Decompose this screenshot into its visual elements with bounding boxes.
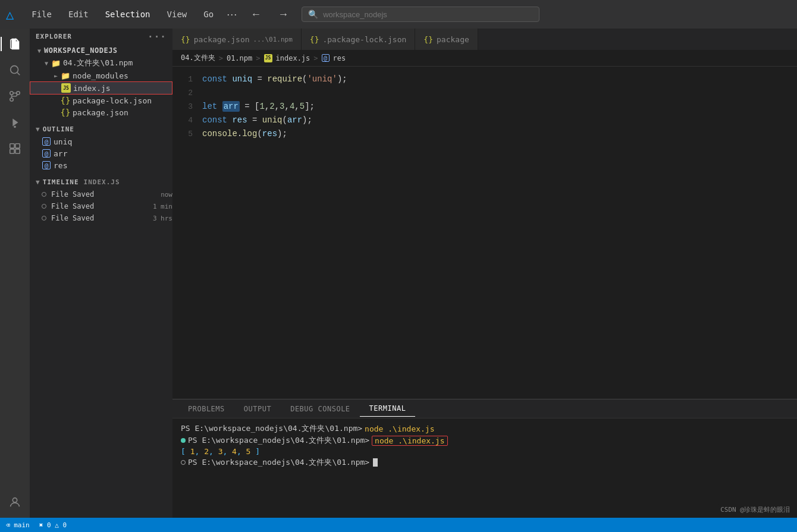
timeline-item-2[interactable]: File Saved 3 hrs bbox=[30, 212, 172, 224]
code-line-1: 1 const uniq = require('uniq'); bbox=[172, 73, 797, 86]
package-json-icon: {} bbox=[61, 108, 70, 117]
menu-go[interactable]: Go bbox=[200, 7, 217, 21]
activity-source-control-icon[interactable] bbox=[4, 86, 26, 107]
outline-arr-icon: @ bbox=[42, 149, 51, 158]
workspace-root-item[interactable]: ▼ WORKSPACE_NODEJS bbox=[30, 45, 172, 56]
tab-package-lock[interactable]: {} .package-lock.json bbox=[302, 29, 416, 50]
package-lock-label: package-lock.json bbox=[73, 96, 152, 105]
terminal-tab-problems[interactable]: PROBLEMS bbox=[178, 401, 234, 417]
timeline-time-0: now bbox=[161, 191, 172, 199]
breadcrumb-indexjs[interactable]: index.js bbox=[276, 54, 310, 62]
timeline-label: TIMELINE bbox=[43, 178, 79, 186]
breadcrumb-sep-2: > bbox=[256, 54, 260, 62]
node-modules-item[interactable]: ► 📁 node_modules bbox=[30, 70, 172, 81]
explorer-more-button[interactable]: ··· bbox=[148, 31, 167, 42]
outline-uniq-label: uniq bbox=[54, 137, 72, 146]
menu-edit[interactable]: Edit bbox=[65, 7, 92, 21]
tab-package[interactable]: {} package bbox=[415, 29, 478, 50]
folder-npm-label: 04.文件夹\01.npm bbox=[63, 58, 133, 68]
menu-selection[interactable]: Selection bbox=[102, 7, 154, 21]
breadcrumb-sep-1: > bbox=[219, 54, 223, 62]
terminal-cursor bbox=[373, 458, 378, 467]
code-line-2: 2 bbox=[172, 86, 797, 100]
timeline-dot-1 bbox=[42, 204, 46, 209]
terminal-tab-debug[interactable]: DEBUG CONSOLE bbox=[281, 401, 359, 417]
breadcrumb-npm[interactable]: 01.npm bbox=[227, 54, 252, 62]
main-layout: EXPLORER ··· ▼ WORKSPACE_NODEJS ▼ 📁 04.文… bbox=[0, 29, 797, 518]
outline-res-label: res bbox=[54, 161, 67, 170]
activity-account-icon[interactable] bbox=[4, 492, 26, 513]
index-js-item[interactable]: ► JS index.js bbox=[30, 81, 172, 95]
terminal-prompt-2: PS E:\workspace_nodejs\04.文件夹\01.npm> bbox=[188, 435, 369, 446]
terminal-line-2: PS E:\workspace_nodejs\04.文件夹\01.npm> no… bbox=[181, 435, 789, 446]
tab-package-json[interactable]: {} package.json ...\01.npm bbox=[172, 29, 302, 50]
terminal-tab-terminal[interactable]: TERMINAL bbox=[360, 401, 416, 417]
index-js-icon: JS bbox=[61, 83, 71, 93]
vscode-logo: △ bbox=[6, 7, 14, 22]
terminal-prompt-1: PS E:\workspace_nodejs\04.文件夹\01.npm> bbox=[181, 423, 362, 434]
svg-point-1 bbox=[11, 66, 18, 74]
activity-extensions-icon[interactable] bbox=[4, 138, 26, 159]
breadcrumb-folder[interactable]: 04.文件夹 bbox=[181, 53, 215, 63]
folder-npm-arrow: ▼ bbox=[42, 58, 51, 68]
svg-line-2 bbox=[17, 73, 20, 75]
tab-package-json-icon: {} bbox=[181, 35, 190, 44]
breadcrumb-res[interactable]: res bbox=[333, 54, 346, 62]
workspace-arrow: ▼ bbox=[34, 46, 44, 55]
search-icon: 🔍 bbox=[308, 10, 318, 19]
breadcrumb: 04.文件夹 > 01.npm > JS index.js > @ res bbox=[172, 50, 797, 67]
timeline-dot-0 bbox=[42, 192, 46, 197]
folder-npm-item[interactable]: ▼ 📁 04.文件夹\01.npm bbox=[30, 56, 172, 70]
package-json-item[interactable]: ► {} package.json bbox=[30, 106, 172, 118]
menu-view[interactable]: View bbox=[164, 7, 191, 21]
code-content-4: const res = uniq(arr); bbox=[202, 114, 312, 127]
code-editor[interactable]: 1 const uniq = require('uniq'); 2 3 let … bbox=[172, 67, 797, 399]
terminal-tab-output[interactable]: OUTPUT bbox=[234, 401, 281, 417]
nav-back-button[interactable]: ← bbox=[247, 7, 265, 22]
outline-label: OUTLINE bbox=[43, 125, 74, 133]
terminal-dot-2 bbox=[181, 438, 186, 443]
tab-package-icon: {} bbox=[423, 35, 433, 44]
title-bar: △ File Edit Selection View Go ··· ← → 🔍 bbox=[0, 0, 797, 29]
terminal-line-3: [ 1, 2, 3, 4, 5 ] bbox=[181, 447, 789, 456]
package-lock-item[interactable]: ► {} package-lock.json bbox=[30, 95, 172, 106]
activity-search-icon[interactable] bbox=[4, 59, 26, 81]
terminal-dot-4 bbox=[181, 460, 186, 465]
status-branch[interactable]: ⌫ main bbox=[6, 521, 30, 529]
tabs-bar: {} package.json ...\01.npm {} .package-l… bbox=[172, 29, 797, 50]
nav-forward-button[interactable]: → bbox=[274, 7, 292, 22]
terminal-line-1: PS E:\workspace_nodejs\04.文件夹\01.npm> no… bbox=[181, 423, 789, 434]
activity-explorer-icon[interactable] bbox=[4, 33, 26, 55]
outline-uniq-item[interactable]: @ uniq bbox=[30, 136, 172, 147]
timeline-header: ▼ TIMELINE index.js bbox=[30, 176, 172, 188]
tab-package-lock-label: .package-lock.json bbox=[322, 35, 406, 44]
outline-items: @ uniq @ arr @ res bbox=[30, 136, 172, 171]
timeline-label-2: File Saved bbox=[51, 214, 148, 222]
code-content-1: const uniq = require('uniq'); bbox=[202, 73, 347, 86]
code-content-3: let arr = [1,2,3,4,5]; bbox=[202, 100, 315, 113]
search-input[interactable] bbox=[323, 10, 533, 19]
menu-file[interactable]: File bbox=[28, 7, 55, 21]
outline-arr-item[interactable]: @ arr bbox=[30, 147, 172, 159]
timeline-section: ▼ TIMELINE index.js File Saved now File … bbox=[30, 176, 172, 224]
code-line-4: 4 const res = uniq(arr); bbox=[172, 114, 797, 127]
timeline-label-1: File Saved bbox=[51, 202, 148, 210]
sidebar: EXPLORER ··· ▼ WORKSPACE_NODEJS ▼ 📁 04.文… bbox=[30, 29, 172, 518]
node-modules-icon: 📁 bbox=[61, 71, 70, 80]
svg-point-5 bbox=[10, 98, 14, 102]
line-number-4: 4 bbox=[172, 114, 202, 127]
svg-rect-8 bbox=[15, 144, 20, 148]
timeline-item-0[interactable]: File Saved now bbox=[30, 188, 172, 200]
line-number-1: 1 bbox=[172, 73, 202, 86]
outline-res-item[interactable]: @ res bbox=[30, 159, 172, 171]
activity-run-debug-icon[interactable] bbox=[4, 112, 26, 133]
status-errors[interactable]: ✖ 0 △ 0 bbox=[39, 521, 67, 529]
more-menu-button[interactable]: ··· bbox=[227, 8, 237, 21]
terminal-prompt-4: PS E:\workspace_nodejs\04.文件夹\01.npm> bbox=[188, 457, 369, 468]
timeline-item-1[interactable]: File Saved 1 min bbox=[30, 200, 172, 212]
outline-section: ▼ OUTLINE @ uniq @ arr bbox=[30, 118, 172, 171]
search-bar[interactable]: 🔍 bbox=[302, 7, 539, 22]
explorer-header: EXPLORER ··· bbox=[30, 29, 172, 45]
tab-package-label: package bbox=[437, 35, 469, 44]
terminal-content[interactable]: PS E:\workspace_nodejs\04.文件夹\01.npm> no… bbox=[172, 418, 797, 518]
